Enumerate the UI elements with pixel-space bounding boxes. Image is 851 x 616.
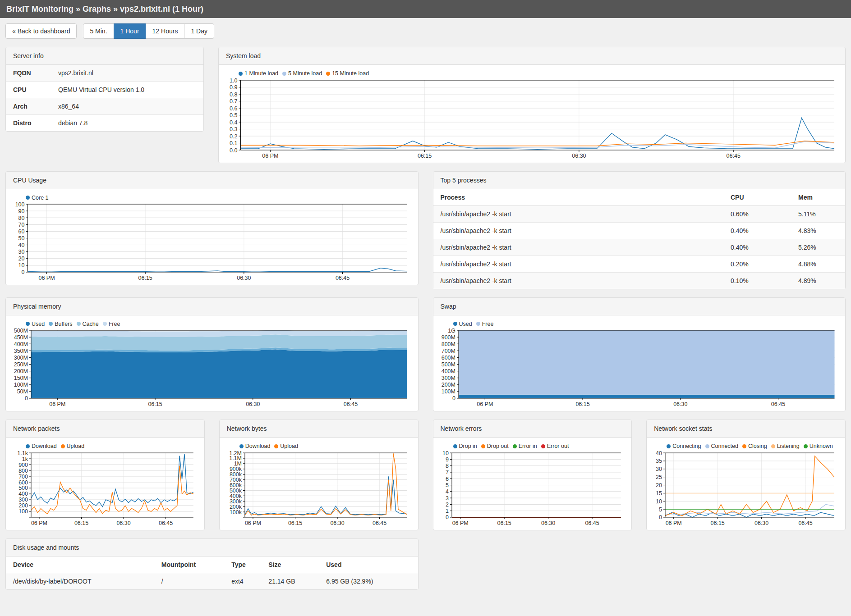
- svg-text:0.2: 0.2: [230, 133, 237, 139]
- process-name: /usr/sbin/apache2 -k start: [433, 222, 724, 239]
- svg-text:10: 10: [656, 498, 662, 504]
- network-packets-legend: DownloadUpload: [26, 443, 198, 450]
- svg-text:800M: 800M: [441, 341, 455, 347]
- svg-text:06:15: 06:15: [288, 520, 302, 526]
- svg-text:900: 900: [18, 461, 28, 468]
- legend-label: Upload: [67, 443, 85, 449]
- panel-network-bytes: Network bytes DownloadUpload 100k200k300…: [219, 420, 419, 530]
- svg-text:10: 10: [442, 451, 449, 456]
- legend-dot-icon: [26, 196, 30, 200]
- legend-item: Error out: [541, 443, 569, 449]
- panel-top-processes: Top 5 processes Process CPU Mem /usr/sbi…: [433, 171, 846, 289]
- svg-text:2: 2: [446, 501, 449, 507]
- toolbar: « Back to dashboard 5 Min. 1 Hour 12 Hou…: [5, 23, 846, 39]
- panel-title-swap: Swap: [433, 298, 846, 315]
- svg-text:500M: 500M: [441, 361, 455, 368]
- back-to-dashboard-button[interactable]: « Back to dashboard: [5, 23, 77, 39]
- legend-label: Free: [109, 321, 120, 327]
- svg-text:6: 6: [446, 475, 449, 482]
- svg-text:100k: 100k: [230, 509, 242, 515]
- legend-label: 15 Minute load: [332, 70, 369, 77]
- svg-text:100: 100: [15, 202, 25, 208]
- svg-text:100M: 100M: [14, 382, 28, 388]
- svg-text:50: 50: [18, 235, 25, 242]
- system-load-legend: 1 Minute load5 Minute load15 Minute load: [239, 70, 839, 77]
- svg-text:1G: 1G: [448, 328, 455, 334]
- range-1day-button[interactable]: 1 Day: [184, 23, 214, 39]
- svg-text:06:15: 06:15: [418, 153, 432, 159]
- table-row: /usr/sbin/apache2 -k start 0.40% 4.83%: [433, 222, 846, 239]
- svg-text:06:45: 06:45: [727, 153, 741, 159]
- svg-text:200M: 200M: [441, 382, 455, 388]
- svg-text:06 PM: 06 PM: [477, 401, 493, 407]
- svg-text:40: 40: [656, 451, 662, 456]
- table-row: /usr/sbin/apache2 -k start 0.20% 4.88%: [433, 256, 846, 272]
- svg-text:1.2M: 1.2M: [229, 451, 242, 456]
- legend-label: 1 Minute load: [244, 70, 278, 77]
- table-row: /usr/sbin/apache2 -k start 0.60% 5.11%: [433, 205, 846, 222]
- svg-text:400M: 400M: [441, 368, 455, 374]
- process-cpu: 0.40%: [723, 239, 791, 256]
- svg-text:300: 300: [18, 497, 28, 503]
- svg-text:300M: 300M: [14, 355, 28, 361]
- legend-dot-icon: [282, 72, 286, 76]
- legend-dot-icon: [771, 444, 775, 448]
- svg-text:06:45: 06:45: [336, 275, 350, 281]
- svg-text:200M: 200M: [14, 368, 28, 374]
- network-socket-stats-chart: 051015202530354006 PM06:1506:3006:45: [653, 451, 839, 527]
- svg-text:06:30: 06:30: [754, 520, 768, 526]
- svg-text:70: 70: [18, 222, 25, 228]
- disk-type: ext4: [224, 573, 261, 589]
- legend-dot-icon: [476, 322, 480, 326]
- panel-title-disk-usage: Disk usage and mounts: [6, 539, 418, 557]
- legend-item: Closing: [742, 443, 767, 449]
- legend-label: Error out: [547, 443, 569, 449]
- legend-label: Download: [32, 443, 57, 449]
- range-1hour-button[interactable]: 1 Hour: [114, 23, 146, 39]
- legend-dot-icon: [239, 444, 244, 448]
- range-12hours-button[interactable]: 12 Hours: [146, 23, 185, 39]
- legend-dot-icon: [26, 322, 30, 326]
- svg-text:06:30: 06:30: [541, 520, 555, 526]
- svg-text:06:45: 06:45: [159, 520, 173, 526]
- svg-text:0.4: 0.4: [230, 119, 237, 125]
- panel-cpu-usage: CPU Usage Core 1 01020304050607080901000…: [5, 171, 419, 286]
- svg-text:500M: 500M: [14, 328, 28, 334]
- physical-memory-chart-body: UsedBuffersCacheFree 050M100M150M200M250…: [6, 315, 418, 411]
- panel-disk-usage: Disk usage and mounts Device Mountpoint …: [5, 538, 419, 590]
- svg-text:800: 800: [18, 467, 28, 474]
- legend-dot-icon: [26, 444, 30, 448]
- range-5min-button[interactable]: 5 Min.: [83, 23, 114, 39]
- table-row: /usr/sbin/apache2 -k start 0.10% 4.89%: [433, 272, 846, 289]
- app-title-bar: BrixIT Monitoring » Graphs » vps2.brixit…: [0, 0, 851, 18]
- panel-system-load: System load 1 Minute load5 Minute load15…: [218, 47, 846, 163]
- svg-text:06 PM: 06 PM: [49, 401, 65, 407]
- svg-text:06:30: 06:30: [116, 520, 130, 526]
- svg-text:700M: 700M: [441, 348, 455, 354]
- svg-text:0.9: 0.9: [230, 84, 237, 91]
- process-mem: 5.26%: [791, 239, 845, 256]
- svg-text:06 PM: 06 PM: [31, 520, 47, 526]
- process-mem: 4.89%: [791, 272, 845, 289]
- process-name: /usr/sbin/apache2 -k start: [433, 256, 724, 272]
- svg-text:06:45: 06:45: [771, 401, 785, 407]
- legend-item: Used: [453, 321, 472, 327]
- table-row: Arch x86_64: [6, 98, 203, 115]
- process-name: /usr/sbin/apache2 -k start: [433, 272, 724, 289]
- legend-item: Cache: [77, 321, 99, 327]
- svg-text:15: 15: [656, 490, 662, 496]
- svg-text:06:45: 06:45: [799, 520, 813, 526]
- svg-text:06:45: 06:45: [585, 520, 599, 526]
- legend-label: Drop out: [487, 443, 509, 449]
- svg-text:5: 5: [659, 506, 662, 512]
- svg-text:06:45: 06:45: [373, 520, 386, 526]
- info-value: vps2.brixit.nl: [51, 65, 203, 82]
- info-label: FQDN: [6, 65, 51, 82]
- legend-dot-icon: [274, 444, 278, 448]
- svg-text:1: 1: [446, 508, 449, 514]
- svg-text:30: 30: [656, 466, 662, 472]
- physical-memory-chart: 050M100M150M200M250M300M350M400M450M500M…: [12, 328, 412, 408]
- panel-title-network-bytes: Network bytes: [220, 420, 418, 438]
- panel-title-network-packets: Network packets: [6, 420, 204, 438]
- process-mem: 4.83%: [791, 222, 845, 239]
